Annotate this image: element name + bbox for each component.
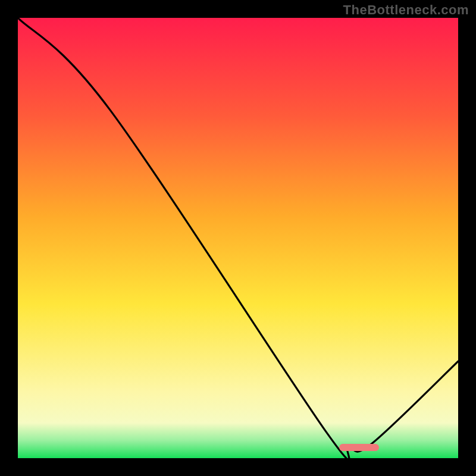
watermark-text: TheBottleneck.com xyxy=(343,2,469,18)
chart-frame: TheBottleneck.com xyxy=(0,0,476,476)
bottleneck-curve xyxy=(18,18,458,458)
optimal-range-marker xyxy=(339,444,379,451)
plot-area xyxy=(18,18,458,458)
